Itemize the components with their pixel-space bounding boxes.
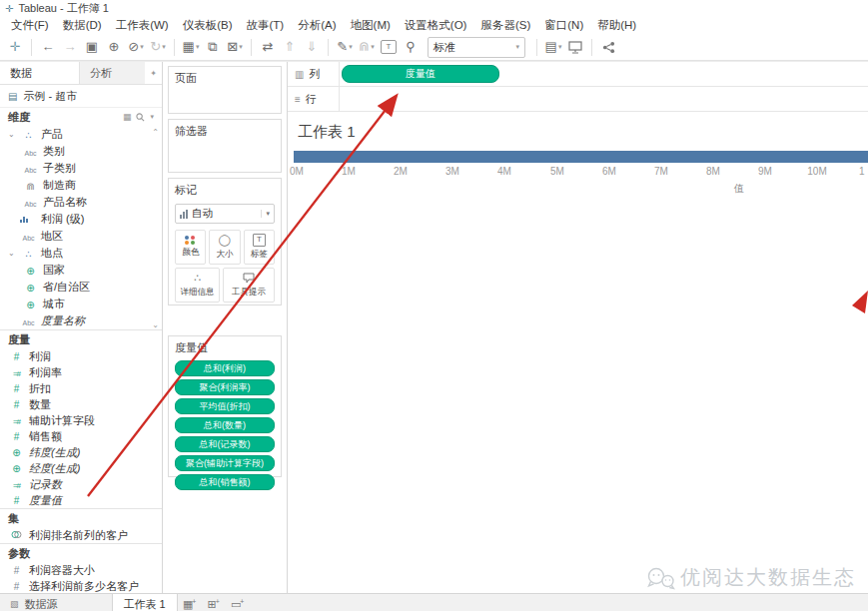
pane-pin-icon[interactable]: ✦ [145, 62, 162, 84]
show-mark-labels-button[interactable]: T [378, 40, 400, 54]
expander-icon[interactable]: ⌄ [8, 249, 16, 258]
param-profit-bin-size[interactable]: 利润容器大小 [0, 562, 162, 578]
field-profit[interactable]: 利润 [0, 348, 162, 364]
field-longitude[interactable]: 经度(生成) [0, 460, 162, 476]
pill-avg-discount[interactable]: 平均值(折扣) [175, 398, 275, 414]
field-quantity[interactable]: 数量 [0, 396, 162, 412]
field-profit-ratio[interactable]: 利润率 [0, 364, 162, 380]
field-product[interactable]: ⌄产品 [0, 126, 162, 143]
rows-shelf-fields[interactable] [340, 87, 868, 111]
pause-auto-updates-button[interactable]: ⊘▾ [125, 37, 147, 57]
view-data-grid-icon[interactable]: ▦ [123, 112, 132, 122]
label-button[interactable]: T 标签 [244, 230, 275, 265]
fit-selector[interactable]: 标准 ▾ [428, 37, 525, 58]
highlight-button[interactable]: ✎▾ [334, 37, 356, 57]
detail-button[interactable]: ∴ 详细信息 [175, 268, 220, 303]
pill-sum-sales[interactable]: 总和(销售额) [175, 474, 275, 490]
field-country[interactable]: 国家 [0, 262, 162, 279]
menu-item-file[interactable]: 文件(F) [4, 17, 56, 34]
tab-data[interactable]: 数据 [0, 62, 79, 84]
field-subcategory[interactable]: 子类别 [0, 160, 162, 177]
pill-sum-quantity[interactable]: 总和(数量) [175, 417, 275, 433]
filters-card[interactable]: 筛选器 [168, 119, 282, 173]
menu-item-server[interactable]: 服务器(S) [473, 17, 537, 34]
save-button[interactable]: ▣ [81, 37, 103, 57]
show-hide-cards-button[interactable]: ▤▾ [542, 37, 564, 57]
tableau-logo-toolbar-icon[interactable]: ✛ [4, 37, 26, 57]
label-icon: T [253, 235, 266, 247]
abc-icon [22, 163, 39, 175]
bar-mark[interactable] [294, 151, 868, 163]
new-story-tab-button[interactable]: ▭ [226, 594, 250, 611]
dimensions-header-label: 维度 [8, 110, 30, 125]
sort-descending-button[interactable]: ⇓ [301, 37, 323, 57]
new-dashboard-tab-button[interactable]: ⊞ [202, 594, 226, 611]
field-category[interactable]: 类别 [0, 143, 162, 160]
datasource-item[interactable]: ▤ 示例 - 超市 [0, 85, 162, 108]
presentation-mode-button[interactable] [564, 41, 586, 54]
field-measure-values[interactable]: 度量值 [0, 492, 162, 508]
clear-sheet-button[interactable]: ⊠▾ [224, 37, 246, 57]
run-auto-updates-button[interactable]: ↻▾ [147, 37, 169, 57]
sheet-tab-active[interactable]: 工作表 1 [112, 594, 178, 611]
globe-icon [8, 446, 25, 458]
scroll-down-icon[interactable]: ⌄ [152, 320, 159, 329]
swap-rows-columns-button[interactable]: ⇄ [257, 37, 279, 57]
columns-pill-measure-values[interactable]: 度量值 [342, 65, 499, 83]
rows-shelf[interactable]: ≡ 行 [288, 87, 868, 112]
color-button[interactable]: 颜色 [175, 230, 206, 265]
menu-item-dashboard[interactable]: 仪表板(B) [176, 17, 240, 34]
expander-icon[interactable]: ⌄ [8, 130, 16, 139]
menu-item-window[interactable]: 窗口(N) [537, 17, 590, 34]
pane-menu-chevron-icon[interactable]: ▾ [150, 113, 154, 121]
menu-item-worksheet[interactable]: 工作表(W) [109, 17, 176, 34]
new-worksheet-tab-button[interactable]: ▦ [178, 594, 202, 611]
pill-sum-profit[interactable]: 总和(利润) [175, 360, 275, 376]
field-city[interactable]: 城市 [0, 296, 162, 312]
size-button[interactable]: ◯ 大小 [209, 230, 240, 265]
field-aux-calc[interactable]: 辅助计算字段 [0, 412, 162, 428]
field-profit-bin[interactable]: 利润 (级) [0, 211, 162, 228]
field-manufacturer[interactable]: 制造商 [0, 177, 162, 194]
duplicate-sheet-button[interactable]: ⧉ [202, 37, 224, 57]
pill-agg-profit-ratio[interactable]: 聚合(利润率) [175, 379, 275, 395]
new-worksheet-button[interactable]: ▦▾ [180, 37, 202, 57]
columns-shelf[interactable]: ▥ 列 度量值 [288, 62, 868, 87]
menu-item-help[interactable]: 帮助(H) [590, 17, 643, 34]
field-province[interactable]: 省/自治区 [0, 279, 162, 296]
new-data-source-button[interactable]: ⊕ [103, 37, 125, 57]
tooltip-button[interactable]: 工具提示 [223, 268, 275, 303]
pages-card[interactable]: 页面 [168, 66, 282, 114]
menu-item-format[interactable]: 设置格式(O) [398, 17, 474, 34]
field-product-name[interactable]: 产品名称 [0, 194, 162, 211]
share-button[interactable] [597, 41, 619, 54]
field-number-of-records[interactable]: 记录数 [0, 476, 162, 492]
menu-item-data[interactable]: 数据(D) [56, 17, 109, 34]
menu-item-analysis[interactable]: 分析(A) [291, 17, 343, 34]
search-icon[interactable] [136, 113, 145, 122]
field-measure-names[interactable]: 度量名称 [0, 312, 162, 329]
scroll-up-icon[interactable]: ⌃ [152, 128, 159, 137]
set-top-profit-customers[interactable]: 利润排名前列的客户 [0, 527, 162, 543]
columns-shelf-fields[interactable]: 度量值 [340, 62, 868, 86]
menu-item-story[interactable]: 故事(T) [240, 17, 292, 34]
field-region[interactable]: 地区 [0, 228, 162, 245]
field-discount[interactable]: 折扣 [0, 380, 162, 396]
field-label: 利润 (级) [41, 212, 84, 227]
mark-type-dropdown[interactable]: 自动 ▾ [175, 204, 275, 224]
undo-button[interactable]: ← [37, 37, 59, 57]
sort-ascending-button[interactable]: ⇑ [279, 37, 301, 57]
redo-button[interactable]: → [59, 37, 81, 57]
datasource-tab[interactable]: ▧ 数据源 [0, 594, 68, 611]
worksheet-view[interactable]: 工作表 1 0M 1M 2M 3M 4M 5M 6M 7M 8M 9M 10M … [288, 112, 868, 593]
fix-axes-button[interactable]: ⚲ [400, 37, 422, 57]
field-location[interactable]: ⌄地点 [0, 245, 162, 262]
field-latitude[interactable]: 纬度(生成) [0, 444, 162, 460]
pill-agg-aux-calc[interactable]: 聚合(辅助计算字段) [175, 455, 275, 471]
tab-analytics[interactable]: 分析 [79, 62, 145, 84]
group-members-button[interactable]: ⋒▾ [356, 37, 378, 57]
pill-sum-records[interactable]: 总和(记录数) [175, 436, 275, 452]
param-top-n-customers[interactable]: 选择利润前多少名客户 [0, 578, 162, 593]
menu-item-map[interactable]: 地图(M) [344, 17, 398, 34]
field-sales[interactable]: 销售额 [0, 428, 162, 444]
